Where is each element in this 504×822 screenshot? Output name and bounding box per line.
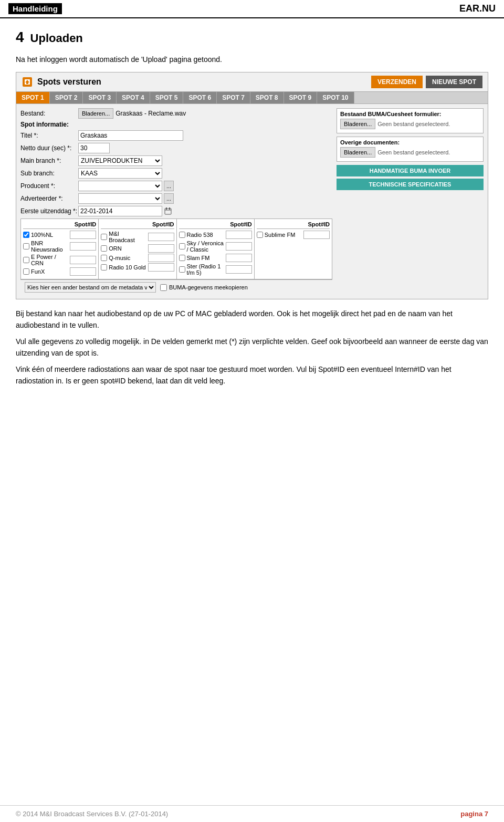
radio-col-2: Spot#IDRadio 538Sky / Veronica / Classic… xyxy=(177,219,255,279)
spot-tab-1[interactable]: SPOT 1 xyxy=(16,92,50,103)
spot-tab-2[interactable]: SPOT 2 xyxy=(50,92,83,103)
panel-right: Bestaand BUMA/Cuesheet formulier: Blader… xyxy=(337,108,484,295)
upload-panel: Spots versturen VERZENDEN NIEUWE SPOT SP… xyxy=(16,72,488,299)
producent-select[interactable] xyxy=(78,181,162,191)
spotid-input[interactable] xyxy=(70,231,96,239)
radio-item: FunX xyxy=(23,267,96,276)
spotid-input[interactable] xyxy=(70,267,96,276)
radio-checkbox-2-1[interactable] xyxy=(179,243,185,249)
spotid-input[interactable] xyxy=(226,231,252,239)
radio-label: Sublime FM xyxy=(265,232,302,238)
spotid-input[interactable] xyxy=(70,242,96,251)
bestand-browse-button[interactable]: Bladeren... xyxy=(78,108,113,119)
spot-tab-5[interactable]: SPOT 5 xyxy=(150,92,184,103)
radio-col-0: Spot#ID100%NLBNR NieuwsradioE Power / CR… xyxy=(21,219,99,279)
calendar-icon[interactable] xyxy=(164,207,172,215)
radio-label: Radio 538 xyxy=(187,232,224,238)
adverteerder-row: Adverteerder *: ... xyxy=(20,193,332,204)
buma-invoer-button[interactable]: HANDMATIGE BUMA INVOER xyxy=(337,165,484,176)
radio-col-3: Spot#IDSublime FM xyxy=(255,219,332,279)
spotid-input[interactable] xyxy=(148,233,174,241)
buma-checkbox-text: BUMA-gegevens meekopieren xyxy=(169,284,248,290)
spot-tab-3[interactable]: SPOT 3 xyxy=(83,92,117,103)
overige-section: Overige documenten: Bladeren... Geen bes… xyxy=(337,137,484,162)
radio-station-grid: Spot#ID100%NLBNR NieuwsradioE Power / CR… xyxy=(20,218,332,279)
metadata-copy-select[interactable]: Kies hier een ander bestand om de metada… xyxy=(25,282,156,293)
panel-left: Bestand: Bladeren... Graskaas - Reclame.… xyxy=(20,108,332,295)
buma-checkbox-label[interactable]: BUMA-gegevens meekopieren xyxy=(160,284,248,291)
titel-input[interactable] xyxy=(78,130,183,141)
radio-label: Ster (Radio 1 t/m 5) xyxy=(187,263,224,276)
spotid-input[interactable] xyxy=(226,242,252,251)
spot-tab-7[interactable]: SPOT 7 xyxy=(217,92,250,103)
spotid-input[interactable] xyxy=(226,254,252,262)
main-branch-select[interactable]: ZUIVELPRODUKTEN xyxy=(78,155,162,166)
spotid-input[interactable] xyxy=(70,256,96,264)
radio-col-header-1: Spot#ID xyxy=(101,221,174,229)
sub-branch-select[interactable]: KAAS xyxy=(78,168,162,179)
overige-browse-button[interactable]: Bladeren... xyxy=(340,147,375,158)
spotid-input[interactable] xyxy=(148,263,174,272)
spotid-input[interactable] xyxy=(303,231,330,239)
spot-tab-8[interactable]: SPOT 8 xyxy=(250,92,284,103)
radio-label: BNR Nieuwsradio xyxy=(31,240,68,253)
radio-checkbox-3-0[interactable] xyxy=(257,232,263,238)
radio-label: Sky / Veronica / Classic xyxy=(187,240,224,253)
spotid-input[interactable] xyxy=(226,265,252,274)
intro-text: Na het inloggen wordt automatisch de 'Up… xyxy=(16,55,488,64)
radio-label: M&I Broadcast xyxy=(109,231,146,243)
radio-col-header-spotid-0: Spot#ID xyxy=(75,221,97,227)
panel-title-text: Spots versturen xyxy=(37,77,101,87)
buma-section-title: Bestaand BUMA/Cuesheet formulier: xyxy=(340,111,480,117)
radio-col-header-0: Spot#ID xyxy=(23,221,96,229)
radio-label: Radio 10 Gold xyxy=(109,264,146,270)
radio-checkbox-1-3[interactable] xyxy=(101,264,107,270)
radio-label: E Power / CRN xyxy=(31,254,68,266)
radio-item: M&I Broadcast xyxy=(101,231,174,243)
radio-label: FunX xyxy=(31,268,68,275)
spotid-input[interactable] xyxy=(148,244,174,253)
radio-item: E Power / CRN xyxy=(23,254,96,266)
adverteerder-select[interactable] xyxy=(78,193,162,204)
body-text-block: Bij bestand kan naar het audiobestand op… xyxy=(16,308,488,387)
radio-checkbox-0-0[interactable] xyxy=(23,232,29,238)
radio-checkbox-2-2[interactable] xyxy=(179,255,185,261)
radio-checkbox-2-0[interactable] xyxy=(179,232,185,238)
radio-label: Slam FM xyxy=(187,255,224,261)
send-button[interactable]: VERZENDEN xyxy=(371,76,423,88)
radio-item: 100%NL xyxy=(23,231,96,239)
overige-file-row: Bladeren... Geen bestand geselecteerd. xyxy=(340,147,480,158)
spot-tab-9[interactable]: SPOT 9 xyxy=(284,92,318,103)
overige-no-file: Geen bestand geselecteerd. xyxy=(377,149,450,155)
radio-checkbox-0-3[interactable] xyxy=(23,268,29,275)
spot-tab-6[interactable]: SPOT 6 xyxy=(183,92,217,103)
radio-item: Radio 10 Gold xyxy=(101,263,174,272)
section-heading: 4 Uploaden xyxy=(16,29,488,50)
netto-duur-input[interactable] xyxy=(78,143,110,153)
producent-extra-button[interactable]: ... xyxy=(164,181,174,191)
adverteerder-extra-button[interactable]: ... xyxy=(164,193,174,204)
header-title: Handleiding xyxy=(8,3,62,14)
radio-checkbox-0-2[interactable] xyxy=(23,257,29,263)
radio-checkbox-1-1[interactable] xyxy=(101,245,107,252)
radio-checkbox-0-1[interactable] xyxy=(23,243,29,249)
eerste-uitzenddag-input[interactable] xyxy=(78,206,162,216)
titel-label: Titel *: xyxy=(20,132,78,139)
radio-checkbox-1-0[interactable] xyxy=(101,234,107,240)
buma-browse-button[interactable]: Bladeren... xyxy=(340,119,375,129)
spotid-input[interactable] xyxy=(148,254,174,262)
spot-tab-4[interactable]: SPOT 4 xyxy=(117,92,150,103)
buma-checkbox[interactable] xyxy=(160,284,167,291)
sub-branch-row: Sub branch: KAAS xyxy=(20,168,332,179)
radio-col-header-spotid-2: Spot#ID xyxy=(230,221,252,227)
section-title: Uploaden xyxy=(30,32,83,45)
radio-checkbox-2-3[interactable] xyxy=(179,266,185,273)
producent-row: Producent *: ... xyxy=(20,181,332,191)
radio-item: BNR Nieuwsradio xyxy=(23,240,96,253)
svg-rect-5 xyxy=(169,207,170,210)
tech-spec-button[interactable]: TECHNISCHE SPECIFICATIES xyxy=(337,179,484,190)
spot-tab-10[interactable]: SPOT 10 xyxy=(317,92,354,103)
new-spot-button[interactable]: NIEUWE SPOT xyxy=(426,76,482,88)
page-header: Handleiding EAR.NU xyxy=(0,0,504,18)
radio-checkbox-1-2[interactable] xyxy=(101,255,107,261)
